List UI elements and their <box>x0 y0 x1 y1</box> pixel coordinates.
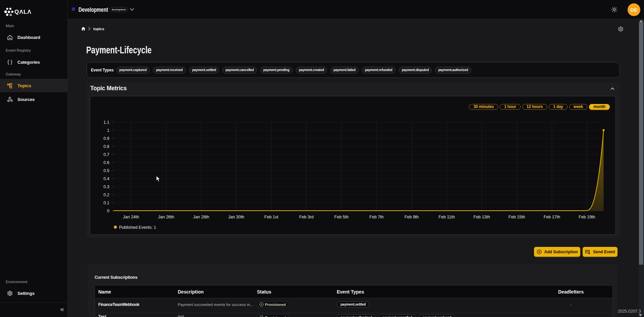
svg-text:Feb 1st: Feb 1st <box>264 215 278 219</box>
svg-text:0.2: 0.2 <box>104 193 109 197</box>
svg-text:Feb 19th: Feb 19th <box>579 215 595 219</box>
svg-text:0.3: 0.3 <box>104 184 109 189</box>
svg-text:Feb 3rd: Feb 3rd <box>299 215 314 219</box>
svg-text:0.8: 0.8 <box>104 144 109 149</box>
svg-text:0.7: 0.7 <box>104 152 109 157</box>
svg-text:0: 0 <box>107 209 109 213</box>
svg-text:1: 1 <box>107 128 109 133</box>
svg-text:0.6: 0.6 <box>104 160 109 165</box>
svg-text:Feb 7th: Feb 7th <box>369 215 383 219</box>
svg-text:Feb 15th: Feb 15th <box>508 215 525 219</box>
svg-text:Published Events: 1: Published Events: 1 <box>119 225 156 230</box>
svg-text:0.4: 0.4 <box>104 176 109 181</box>
svg-text:Feb 13th: Feb 13th <box>474 215 490 219</box>
svg-text:Feb 11th: Feb 11th <box>438 215 454 219</box>
svg-text:0.9: 0.9 <box>104 136 109 141</box>
svg-text:Jan 28th: Jan 28th <box>193 215 209 219</box>
svg-text:0.5: 0.5 <box>104 168 109 173</box>
svg-text:1.1: 1.1 <box>104 120 109 125</box>
svg-text:Jan 26th: Jan 26th <box>158 215 174 219</box>
svg-text:QΛLΛ: QΛLΛ <box>14 9 32 15</box>
svg-text:Feb 17th: Feb 17th <box>544 215 560 219</box>
svg-text:Feb 5th: Feb 5th <box>334 215 348 219</box>
svg-text:Jan 24th: Jan 24th <box>123 215 139 219</box>
svg-text:0.1: 0.1 <box>104 201 109 205</box>
svg-text:Jan 30th: Jan 30th <box>228 215 244 219</box>
svg-text:Feb 9th: Feb 9th <box>405 215 419 219</box>
